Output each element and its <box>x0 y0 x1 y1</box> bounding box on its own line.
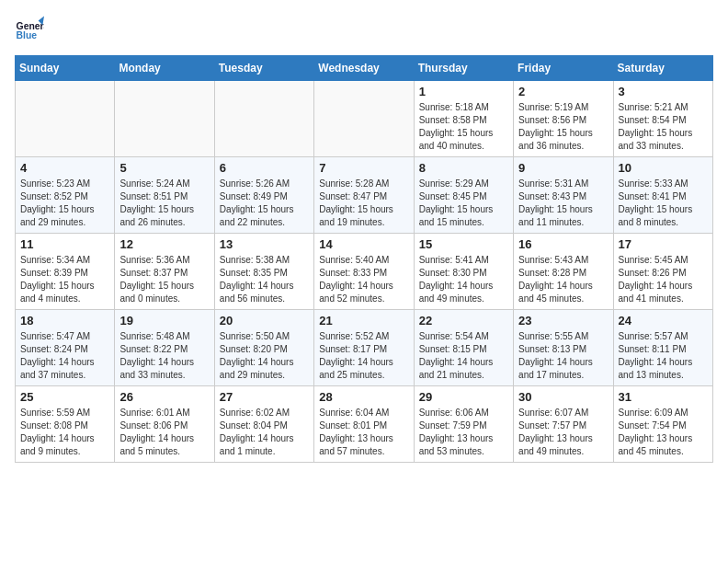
calendar-cell: 17Sunrise: 5:45 AM Sunset: 8:26 PM Dayli… <box>613 234 712 310</box>
day-number: 31 <box>619 390 708 404</box>
day-info: Sunrise: 5:45 AM Sunset: 8:26 PM Dayligh… <box>619 254 708 305</box>
day-info: Sunrise: 5:28 AM Sunset: 8:47 PM Dayligh… <box>319 178 408 229</box>
svg-text:Blue: Blue <box>17 30 38 40</box>
day-info: Sunrise: 5:50 AM Sunset: 8:20 PM Dayligh… <box>220 330 309 382</box>
day-number: 25 <box>20 390 109 404</box>
day-info: Sunrise: 6:02 AM Sunset: 8:04 PM Dayligh… <box>220 407 309 458</box>
day-info: Sunrise: 5:48 AM Sunset: 8:22 PM Dayligh… <box>119 330 209 382</box>
calendar-cell: 28Sunrise: 6:04 AM Sunset: 8:01 PM Dayli… <box>314 386 414 463</box>
calendar-cell: 5Sunrise: 5:24 AM Sunset: 8:51 PM Daylig… <box>115 157 214 234</box>
day-info: Sunrise: 5:41 AM Sunset: 8:30 PM Dayligh… <box>419 254 508 305</box>
weekday-header-sunday: Sunday <box>16 56 115 81</box>
day-number: 11 <box>20 237 109 251</box>
day-info: Sunrise: 6:09 AM Sunset: 7:54 PM Dayligh… <box>619 407 708 458</box>
day-number: 24 <box>619 314 708 327</box>
day-number: 19 <box>119 314 209 327</box>
calendar-cell: 9Sunrise: 5:31 AM Sunset: 8:43 PM Daylig… <box>514 157 613 234</box>
calendar-cell: 22Sunrise: 5:54 AM Sunset: 8:15 PM Dayli… <box>414 310 513 386</box>
calendar-cell: 6Sunrise: 5:26 AM Sunset: 8:49 PM Daylig… <box>214 157 313 234</box>
logo: General Blue <box>15 15 44 44</box>
calendar-week-1: 1Sunrise: 5:18 AM Sunset: 8:58 PM Daylig… <box>16 81 713 157</box>
day-number: 30 <box>518 390 608 404</box>
calendar-week-3: 11Sunrise: 5:34 AM Sunset: 8:39 PM Dayli… <box>16 234 713 310</box>
day-number: 8 <box>419 161 508 175</box>
day-info: Sunrise: 5:18 AM Sunset: 8:58 PM Dayligh… <box>419 101 508 153</box>
weekday-header-monday: Monday <box>115 56 214 81</box>
logo-icon: General Blue <box>15 15 44 44</box>
calendar-cell: 27Sunrise: 6:02 AM Sunset: 8:04 PM Dayli… <box>214 386 313 463</box>
day-number: 22 <box>419 314 508 327</box>
page-header: General Blue <box>15 15 713 44</box>
calendar-cell: 23Sunrise: 5:55 AM Sunset: 8:13 PM Dayli… <box>514 310 613 386</box>
day-info: Sunrise: 5:52 AM Sunset: 8:17 PM Dayligh… <box>319 330 408 382</box>
calendar-cell: 11Sunrise: 5:34 AM Sunset: 8:39 PM Dayli… <box>16 234 115 310</box>
calendar-cell: 18Sunrise: 5:47 AM Sunset: 8:24 PM Dayli… <box>16 310 115 386</box>
calendar-cell: 2Sunrise: 5:19 AM Sunset: 8:56 PM Daylig… <box>514 81 613 157</box>
calendar-cell: 25Sunrise: 5:59 AM Sunset: 8:08 PM Dayli… <box>16 386 115 463</box>
day-info: Sunrise: 5:31 AM Sunset: 8:43 PM Dayligh… <box>518 178 608 229</box>
day-info: Sunrise: 5:24 AM Sunset: 8:51 PM Dayligh… <box>119 178 209 229</box>
calendar-cell: 30Sunrise: 6:07 AM Sunset: 7:57 PM Dayli… <box>514 386 613 463</box>
calendar-cell: 29Sunrise: 6:06 AM Sunset: 7:59 PM Dayli… <box>414 386 513 463</box>
calendar-cell: 21Sunrise: 5:52 AM Sunset: 8:17 PM Dayli… <box>314 310 414 386</box>
day-info: Sunrise: 5:26 AM Sunset: 8:49 PM Dayligh… <box>220 178 309 229</box>
day-number: 23 <box>518 314 608 327</box>
day-info: Sunrise: 5:43 AM Sunset: 8:28 PM Dayligh… <box>518 254 608 305</box>
calendar-cell: 7Sunrise: 5:28 AM Sunset: 8:47 PM Daylig… <box>314 157 414 234</box>
day-number: 13 <box>220 237 309 251</box>
day-info: Sunrise: 6:04 AM Sunset: 8:01 PM Dayligh… <box>319 407 408 458</box>
day-info: Sunrise: 6:01 AM Sunset: 8:06 PM Dayligh… <box>119 407 209 458</box>
calendar-cell <box>214 81 313 157</box>
day-number: 4 <box>20 161 109 175</box>
calendar-week-2: 4Sunrise: 5:23 AM Sunset: 8:52 PM Daylig… <box>16 157 713 234</box>
weekday-header-friday: Friday <box>514 56 613 81</box>
calendar-cell: 24Sunrise: 5:57 AM Sunset: 8:11 PM Dayli… <box>613 310 712 386</box>
calendar-cell: 20Sunrise: 5:50 AM Sunset: 8:20 PM Dayli… <box>214 310 313 386</box>
day-number: 10 <box>619 161 708 175</box>
day-number: 7 <box>319 161 408 175</box>
calendar-cell: 1Sunrise: 5:18 AM Sunset: 8:58 PM Daylig… <box>414 81 513 157</box>
weekday-header-tuesday: Tuesday <box>214 56 313 81</box>
weekday-header-thursday: Thursday <box>414 56 513 81</box>
calendar-table: SundayMondayTuesdayWednesdayThursdayFrid… <box>15 55 713 463</box>
day-info: Sunrise: 6:07 AM Sunset: 7:57 PM Dayligh… <box>518 407 608 458</box>
day-info: Sunrise: 5:34 AM Sunset: 8:39 PM Dayligh… <box>20 254 109 305</box>
day-number: 14 <box>319 237 408 251</box>
day-info: Sunrise: 6:06 AM Sunset: 7:59 PM Dayligh… <box>419 407 508 458</box>
day-number: 15 <box>419 237 508 251</box>
day-info: Sunrise: 5:57 AM Sunset: 8:11 PM Dayligh… <box>619 330 708 382</box>
day-info: Sunrise: 5:38 AM Sunset: 8:35 PM Dayligh… <box>220 254 309 305</box>
day-number: 29 <box>419 390 508 404</box>
day-number: 18 <box>20 314 109 327</box>
day-info: Sunrise: 5:47 AM Sunset: 8:24 PM Dayligh… <box>20 330 109 382</box>
weekday-header-saturday: Saturday <box>613 56 712 81</box>
day-number: 12 <box>119 237 209 251</box>
day-info: Sunrise: 5:33 AM Sunset: 8:41 PM Dayligh… <box>619 178 708 229</box>
day-number: 16 <box>518 237 608 251</box>
day-number: 6 <box>220 161 309 175</box>
day-info: Sunrise: 5:29 AM Sunset: 8:45 PM Dayligh… <box>419 178 508 229</box>
day-info: Sunrise: 5:59 AM Sunset: 8:08 PM Dayligh… <box>20 407 109 458</box>
weekday-header-wednesday: Wednesday <box>314 56 414 81</box>
calendar-cell: 19Sunrise: 5:48 AM Sunset: 8:22 PM Dayli… <box>115 310 214 386</box>
day-number: 27 <box>220 390 309 404</box>
calendar-cell: 8Sunrise: 5:29 AM Sunset: 8:45 PM Daylig… <box>414 157 513 234</box>
day-info: Sunrise: 5:54 AM Sunset: 8:15 PM Dayligh… <box>419 330 508 382</box>
calendar-cell: 3Sunrise: 5:21 AM Sunset: 8:54 PM Daylig… <box>613 81 712 157</box>
calendar-cell: 26Sunrise: 6:01 AM Sunset: 8:06 PM Dayli… <box>115 386 214 463</box>
day-number: 20 <box>220 314 309 327</box>
calendar-cell <box>314 81 414 157</box>
day-number: 3 <box>619 85 708 98</box>
calendar-cell: 12Sunrise: 5:36 AM Sunset: 8:37 PM Dayli… <box>115 234 214 310</box>
calendar-week-4: 18Sunrise: 5:47 AM Sunset: 8:24 PM Dayli… <box>16 310 713 386</box>
day-number: 17 <box>619 237 708 251</box>
calendar-cell: 31Sunrise: 6:09 AM Sunset: 7:54 PM Dayli… <box>613 386 712 463</box>
day-info: Sunrise: 5:40 AM Sunset: 8:33 PM Dayligh… <box>319 254 408 305</box>
day-number: 28 <box>319 390 408 404</box>
calendar-cell: 4Sunrise: 5:23 AM Sunset: 8:52 PM Daylig… <box>16 157 115 234</box>
calendar-cell: 16Sunrise: 5:43 AM Sunset: 8:28 PM Dayli… <box>514 234 613 310</box>
calendar-week-5: 25Sunrise: 5:59 AM Sunset: 8:08 PM Dayli… <box>16 386 713 463</box>
calendar-cell: 15Sunrise: 5:41 AM Sunset: 8:30 PM Dayli… <box>414 234 513 310</box>
day-info: Sunrise: 5:23 AM Sunset: 8:52 PM Dayligh… <box>20 178 109 229</box>
day-number: 9 <box>518 161 608 175</box>
